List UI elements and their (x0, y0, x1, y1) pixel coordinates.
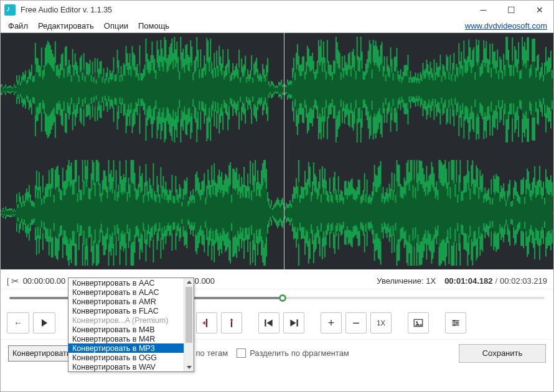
close-button[interactable]: ✕ (525, 1, 553, 19)
split-by-fragments-label: Разделить по фрагментам (250, 348, 349, 358)
format-dropdown-popup[interactable]: Конвертировать в AACКонвертировать в ALA… (68, 278, 194, 372)
skip-end-button[interactable] (283, 312, 304, 334)
seek-thumb[interactable] (279, 294, 286, 302)
redo-button[interactable] (33, 312, 55, 334)
svg-rect-7 (265, 319, 266, 326)
menu-options[interactable]: Опции (99, 20, 133, 32)
format-option[interactable]: Конвертировать в WAV (68, 362, 184, 371)
waveform-channel-right (1, 160, 553, 266)
svg-rect-5 (206, 319, 207, 327)
app-icon (4, 4, 16, 16)
format-option[interactable]: Конвертировать в OGG (68, 353, 184, 362)
marker-out-button[interactable] (221, 312, 242, 334)
undo-button[interactable]: ← (7, 312, 29, 334)
maximize-button[interactable]: ☐ (497, 1, 525, 19)
svg-point-13 (453, 324, 455, 326)
format-option[interactable]: Конвертировать в M4B (68, 325, 184, 334)
selection-start-time: 00:00:00.00 (23, 276, 66, 286)
svg-point-12 (456, 322, 458, 324)
menu-help[interactable]: Помощь (133, 20, 174, 32)
selection-bracket-icon: [ (7, 276, 9, 286)
zoom-value: 1X (426, 276, 436, 286)
format-dropdown-list[interactable]: Конвертировать в AACКонвертировать в ALA… (68, 278, 184, 371)
save-button[interactable]: Сохранить (459, 344, 546, 363)
image-button[interactable] (408, 312, 429, 334)
scissors-icon: ✂ (11, 276, 19, 287)
format-option: Конвертиров...A (Premium) (68, 315, 184, 325)
split-by-fragments-checkbox[interactable]: Разделить по фрагментам (237, 348, 349, 358)
svg-point-10 (416, 321, 418, 323)
waveform-area[interactable] (1, 33, 553, 269)
total-time: 00:02:03.219 (500, 276, 547, 286)
title-bar: Free Audio Editor v. 1.1.35 ─ ☐ ✕ (1, 1, 553, 19)
checkbox-icon (237, 348, 246, 358)
marker-in-button[interactable] (196, 312, 217, 334)
format-option[interactable]: Конвертировать в MP3 (68, 343, 184, 353)
minimize-button[interactable]: ─ (469, 1, 497, 19)
playhead-line[interactable] (284, 33, 284, 269)
zoom-label: Увеличение: (377, 276, 423, 286)
current-time: 00:01:04.182 (444, 276, 492, 286)
svg-rect-8 (297, 319, 298, 326)
zoom-out-button[interactable]: − (345, 312, 367, 334)
format-option[interactable]: Конвертировать в AMR (68, 297, 184, 306)
waveform-channel-left (1, 37, 553, 142)
format-option[interactable]: Конвертировать в FLAC (68, 306, 184, 315)
scrollbar-thumb[interactable] (185, 287, 192, 343)
website-link[interactable]: www.dvdvideosoft.com (465, 21, 551, 30)
skip-start-button[interactable] (258, 312, 279, 334)
svg-point-11 (453, 320, 455, 322)
zoom-in-button[interactable]: + (321, 312, 342, 334)
settings-button[interactable] (445, 312, 466, 334)
zoom-reset-button[interactable]: 1X (370, 312, 392, 334)
menu-edit[interactable]: Редактировать (33, 20, 99, 32)
format-option[interactable]: Конвертировать в M4R (68, 334, 184, 343)
menu-bar: Файл Редактировать Опции Помощь www.dvdv… (1, 19, 553, 33)
format-option[interactable]: Конвертировать в AAC (68, 278, 184, 287)
menu-file[interactable]: Файл (3, 20, 33, 32)
format-option[interactable]: Конвертировать в ALAC (68, 287, 184, 297)
window-title: Free Audio Editor v. 1.1.35 (21, 6, 469, 14)
dropdown-scrollbar[interactable] (184, 278, 194, 371)
